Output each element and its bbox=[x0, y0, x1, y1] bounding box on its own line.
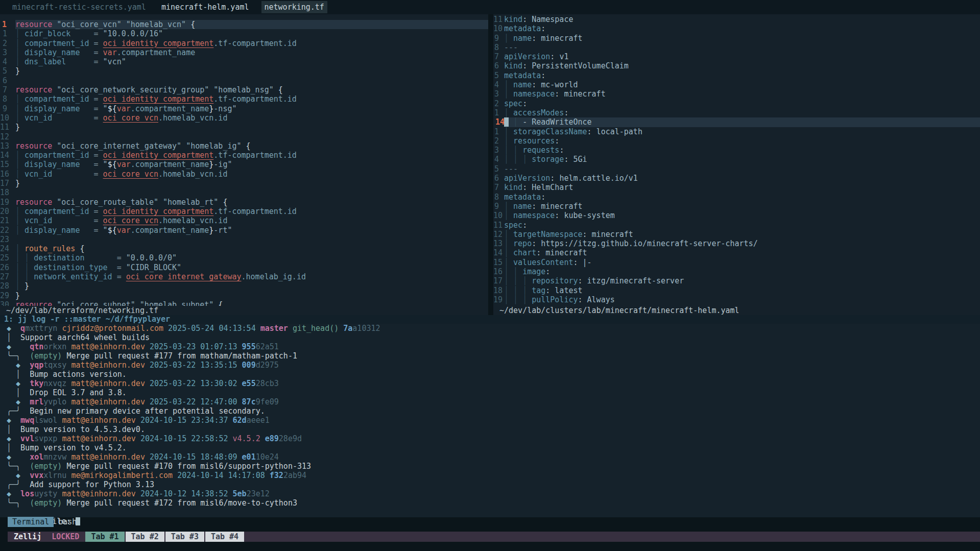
segment-t: : bbox=[522, 221, 527, 230]
code-line[interactable]: 15│ display_name = "${var.compartment_na… bbox=[0, 160, 488, 169]
code-line[interactable]: 15│ valuesContent: |- bbox=[493, 258, 980, 267]
code-line[interactable]: 6apiVersion: helm.cattle.io/v1 bbox=[493, 174, 980, 183]
code-line[interactable]: 3│ display_name = var.compartment_name bbox=[0, 48, 488, 57]
code-line[interactable]: 14 │ - ReadWriteOnce bbox=[493, 117, 980, 127]
code-line[interactable]: 10│ vcn_id = oci_core_vcn.homelab_vcn.id bbox=[0, 113, 488, 123]
code-line[interactable]: 19│ │ │ pullPolicy: Always bbox=[493, 295, 980, 304]
segment-t bbox=[509, 136, 513, 146]
code-line[interactable]: 13│ repo: https://itzg.github.io/minecra… bbox=[493, 239, 980, 248]
code-line[interactable]: 21│ vcn_id = oci_core_vcn.homelab_vcn.id bbox=[0, 216, 488, 225]
segment-t: : bbox=[578, 276, 587, 285]
code-line[interactable]: 12 bbox=[0, 132, 488, 141]
code-line[interactable]: 2│ resources: bbox=[493, 136, 980, 146]
line-number: 17 bbox=[0, 179, 15, 188]
code-line[interactable]: 6 bbox=[0, 76, 488, 85]
segment-t bbox=[136, 434, 140, 443]
code-line[interactable]: 3│ │ requests: bbox=[493, 146, 980, 155]
code-line[interactable]: 26│ │ destination_type = "CIDR_BLOCK" bbox=[0, 263, 488, 272]
segment-g: │ bbox=[504, 211, 509, 220]
code-text: │ compartment_id = oci_identity_compartm… bbox=[15, 39, 488, 48]
code-line[interactable]: 18 bbox=[0, 188, 488, 197]
code-line[interactable]: 25│ │ destination = "0.0.0.0/0" bbox=[0, 253, 488, 262]
editor-pane-minecraft-helm-yaml[interactable]: 11kind: Namespace10metadata:9│ name: min… bbox=[493, 14, 980, 315]
code-line[interactable]: 23 bbox=[0, 235, 488, 244]
code-line[interactable]: 9│ display_name = "${var.compartment_nam… bbox=[0, 104, 488, 113]
segment-val: PersistentVolumeClaim bbox=[532, 61, 629, 70]
zellij-tab-tab-2[interactable]: Tab #2 bbox=[126, 532, 164, 542]
buffer-tab-minecraft-restic-secrets.yaml[interactable]: minecraft-restic-secrets.yaml bbox=[9, 1, 149, 13]
code-line[interactable]: 3│ namespace: minecraft bbox=[493, 89, 980, 99]
segment-t: : bbox=[555, 211, 564, 220]
code-line[interactable]: 11spec: bbox=[493, 221, 980, 230]
code-line[interactable]: 22│ display_name = "${var.compartment_na… bbox=[0, 226, 488, 235]
code-text: │ │ requests: bbox=[504, 146, 980, 155]
segment-val: 5Gi bbox=[573, 155, 587, 164]
code-line[interactable]: 5} bbox=[0, 66, 488, 76]
code-line[interactable]: 6kind: PersistentVolumeClaim bbox=[493, 61, 980, 70]
log-line: ◆ qtnorkxn matt@einhorn.dev 2025-03-23 0… bbox=[0, 342, 980, 351]
zellij-tab-tab-3[interactable]: Tab #3 bbox=[165, 532, 204, 542]
segment-t bbox=[20, 397, 30, 406]
code-line[interactable]: 16│ vcn_id = oci_core_vcn.homelab_vcn.id bbox=[0, 170, 488, 179]
segment-cidp: mrl bbox=[30, 397, 43, 406]
code-line[interactable]: 29} bbox=[0, 291, 488, 300]
code-line[interactable]: 1│ accessModes: bbox=[493, 108, 980, 117]
zellij-tab-tab-1[interactable]: Tab #1 bbox=[85, 532, 124, 542]
code-line[interactable]: 14│ chart: minecraft bbox=[493, 248, 980, 257]
code-line[interactable]: 24│ route_rules { bbox=[0, 244, 488, 253]
code-line[interactable]: 20│ compartment_id = oci_identity_compar… bbox=[0, 207, 488, 216]
buffer-tab-minecraft-helm.yaml[interactable]: minecraft-helm.yaml bbox=[158, 1, 252, 13]
segment-line: ╭─╯ bbox=[7, 406, 20, 416]
terminal-prompt[interactable]: log file: bbox=[0, 508, 980, 517]
code-line[interactable]: 4│ │ │ storage: 5Gi bbox=[493, 155, 980, 164]
code-line[interactable]: 18│ │ │ tag: latest bbox=[493, 286, 980, 295]
code-line[interactable]: 10metadata: bbox=[493, 24, 980, 33]
segment-email: matt@einhorn.dev bbox=[62, 489, 136, 498]
code-line[interactable]: 9│ name: minecraft bbox=[493, 34, 980, 43]
code-line[interactable]: 8metadata: bbox=[493, 193, 980, 202]
log-line: │ Bump actions version. bbox=[0, 370, 980, 379]
code-line[interactable]: 4│ dns_label = "vcn" bbox=[0, 57, 488, 66]
segment-g: │ bbox=[504, 136, 509, 146]
code-line[interactable]: 1│ storageClassName: local-path bbox=[493, 127, 980, 136]
buffer-tab-networking.tf[interactable]: networking.tf bbox=[261, 1, 327, 13]
code-line[interactable]: 9│ name: minecraft bbox=[493, 202, 980, 211]
code-line[interactable]: 11kind: Namespace bbox=[493, 15, 980, 24]
code-line[interactable]: 8│ compartment_id = oci_identity_compart… bbox=[0, 94, 488, 104]
code-line[interactable]: 1resource "oci_core_vcn" "homelab_vcn" { bbox=[0, 20, 488, 29]
segment-op: = bbox=[94, 113, 103, 123]
code-line[interactable]: 7resource "oci_core_network_security_gro… bbox=[0, 85, 488, 94]
segment-hashp: 009 bbox=[242, 361, 256, 370]
code-line[interactable]: 28│ } bbox=[0, 281, 488, 291]
code-line[interactable]: 17│ │ │ repository: itzg/minecraft-serve… bbox=[493, 276, 980, 285]
code-line[interactable]: 16│ │ image: bbox=[493, 267, 980, 276]
log-line: ◆ losuysty matt@einhorn.dev 2024-10-12 1… bbox=[0, 489, 980, 498]
code-line[interactable]: 14│ compartment_id = oci_identity_compar… bbox=[0, 151, 488, 160]
code-line[interactable]: 1│ cidr_block = "10.0.0.0/16" bbox=[0, 29, 488, 38]
zellij-tab-tab-4[interactable]: Tab #4 bbox=[205, 532, 244, 542]
code-line[interactable]: 4│ name: mc-world bbox=[493, 80, 980, 89]
line-number: 13 bbox=[0, 141, 15, 151]
code-line[interactable]: 27│ │ network_entity_id = oci_core_inter… bbox=[0, 272, 488, 281]
code-line[interactable]: 5--- bbox=[493, 164, 980, 174]
editor-pane-networking-tf[interactable]: 1resource "oci_core_vcn" "homelab_vcn" {… bbox=[0, 14, 488, 315]
code-line[interactable]: 13resource "oci_core_internet_gateway" "… bbox=[0, 141, 488, 151]
code-line[interactable]: 19resource "oci_core_route_table" "homel… bbox=[0, 198, 488, 207]
code-line[interactable]: 11} bbox=[0, 123, 488, 132]
code-line[interactable]: 10│ namespace: kube-system bbox=[493, 211, 980, 220]
code-line[interactable]: 7apiVersion: v1 bbox=[493, 52, 980, 61]
code-line[interactable]: 12│ targetNamespace: minecraft bbox=[493, 230, 980, 239]
code-line[interactable]: 5metadata: bbox=[493, 71, 980, 80]
code-line[interactable]: 2│ compartment_id = oci_identity_compart… bbox=[0, 39, 488, 48]
segment-g: │ bbox=[25, 272, 29, 281]
code-text bbox=[15, 235, 488, 244]
terminal-pane[interactable]: 1: jj log -r ::master ~/d/ffpyplayer ◆ q… bbox=[0, 315, 980, 517]
line-number: 22 bbox=[0, 226, 15, 235]
code-line[interactable]: 17} bbox=[0, 179, 488, 188]
line-number: 10 bbox=[493, 211, 504, 220]
code-line[interactable]: 8--- bbox=[493, 43, 980, 52]
segment-mem: .tf-compartment.id bbox=[213, 94, 297, 104]
code-line[interactable]: 2spec: bbox=[493, 99, 980, 108]
code-line[interactable]: 7kind: HelmChart bbox=[493, 183, 980, 192]
segment-cid: tqxsy bbox=[43, 361, 66, 370]
